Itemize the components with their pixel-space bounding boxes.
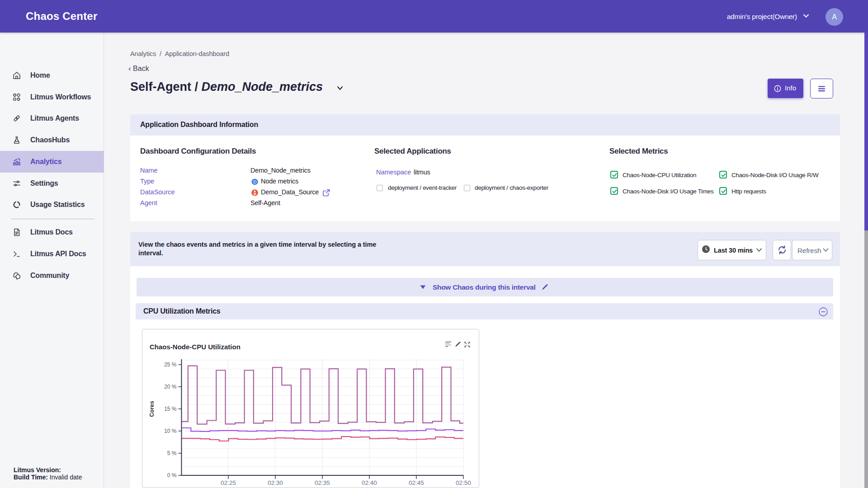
svg-text:0 %: 0 % — [167, 472, 177, 479]
svg-text:02:30: 02:30 — [268, 479, 283, 486]
svg-text:02:35: 02:35 — [315, 479, 330, 486]
svg-text:20 %: 20 % — [164, 384, 177, 390]
svg-text:02:50: 02:50 — [456, 479, 471, 486]
svg-text:02:45: 02:45 — [409, 479, 424, 486]
svg-text:5 %: 5 % — [167, 450, 177, 456]
svg-text:02:25: 02:25 — [221, 479, 236, 486]
svg-text:Cores: Cores — [149, 401, 155, 417]
svg-text:15 %: 15 % — [164, 406, 177, 412]
svg-text:25 %: 25 % — [164, 361, 177, 368]
svg-text:02:40: 02:40 — [362, 479, 377, 486]
svg-text:10 %: 10 % — [164, 428, 177, 434]
